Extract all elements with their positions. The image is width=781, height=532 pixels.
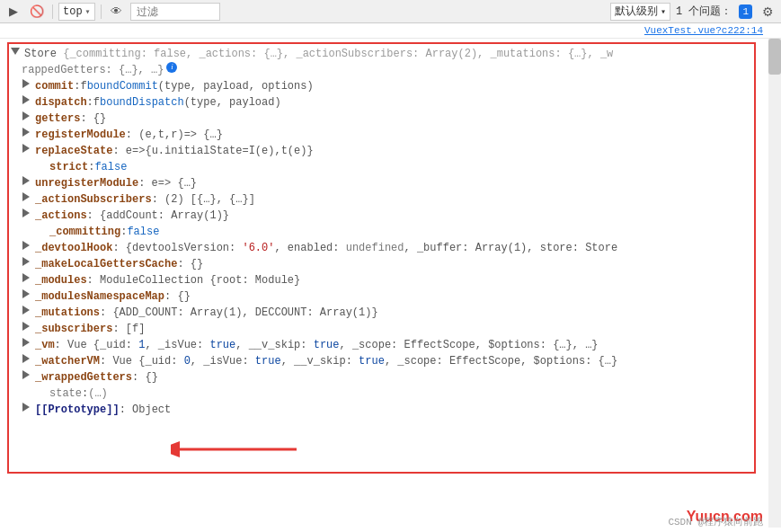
dispatch-key: dispatch	[35, 94, 87, 111]
code-line-actionsubs[interactable]: _actionSubscribers : (2) [{…}, {…}]	[7, 191, 774, 208]
eye-button[interactable]: 👁	[107, 3, 127, 21]
code-line-watchervm[interactable]: _watcherVM : Vue {_uid: 0, _isVue: true,…	[7, 353, 774, 369]
modulesns-key: _modulesNamespaceMap	[35, 288, 164, 305]
commit-func: boundCommit	[87, 78, 158, 94]
committing-key: _committing	[49, 224, 120, 240]
dispatch-func: boundDispatch	[100, 94, 184, 111]
replace-value: : e=>{u.initialState=I(e),t(e)}	[112, 143, 313, 159]
stop-button[interactable]: 🚫	[27, 3, 47, 21]
settings-button[interactable]: ⚙	[758, 3, 777, 21]
expand-wrappedgetters-icon[interactable]	[22, 369, 32, 380]
expand-makelocal-icon[interactable]	[22, 256, 32, 267]
commit-params: (type, payload, options)	[158, 78, 314, 94]
code-line-mutations[interactable]: _mutations : {ADD_COUNT: Array(1), DECCO…	[7, 305, 774, 321]
expand-devtool-icon[interactable]	[22, 240, 32, 251]
code-line-committing: _committing : false	[7, 224, 774, 240]
reg-value: : (e,t,r)=> {…}	[126, 127, 223, 143]
dispatch-params: (type, payload)	[184, 94, 281, 111]
actions-value: : {addCount: Array(1)}	[87, 208, 229, 224]
code-line-wrapped: rappedGetters: {…}, …} i	[7, 62, 774, 78]
code-line-dispatch[interactable]: dispatch : f boundDispatch (type, payloa…	[7, 94, 774, 111]
wrappedgetters-value: : {}	[132, 369, 158, 386]
play-button[interactable]: ▶	[4, 3, 23, 21]
devtool-value: : {devtoolsVersion: '6.0', enabled: unde…	[112, 240, 617, 256]
makelocal-value: : {}	[177, 256, 203, 272]
code-line-actions[interactable]: _actions : {addCount: Array(1)}	[7, 208, 774, 224]
dropdown-arrow: ▾	[85, 6, 91, 17]
vm-key: _vm	[35, 337, 55, 353]
strict-value: false	[94, 159, 127, 175]
code-line-registerModule[interactable]: registerModule : (e,t,r)=> {…}	[7, 127, 774, 143]
expand-modulesns-icon[interactable]	[22, 288, 32, 299]
makelocal-key: _makeLocalGettersCache	[35, 256, 177, 272]
subscribers-key: _subscribers	[35, 321, 112, 337]
devtool-key: _devtoolHook	[35, 240, 112, 256]
state-value: (…)	[88, 386, 108, 402]
mutations-key: _mutations	[35, 305, 100, 321]
expand-replace-icon[interactable]	[22, 143, 32, 154]
scrollbar[interactable]	[768, 39, 781, 528]
separator-1	[52, 4, 53, 19]
expand-commit-icon[interactable]	[22, 78, 32, 89]
code-line-state: state : (…)	[7, 386, 774, 402]
level-label: 默认级别	[615, 4, 658, 19]
expand-proto-icon[interactable]	[22, 402, 32, 412]
toolbar-right: 默认级别 ▾ 1 个问题： 1 ⚙	[610, 3, 777, 21]
file-reference[interactable]: VuexTest.vue?c222:14	[0, 23, 781, 39]
subscribers-value: : [f]	[112, 321, 145, 337]
dispatch-colon: :	[87, 94, 93, 111]
modules-value: : ModuleCollection {root: Module}	[87, 272, 301, 288]
code-line-unregister[interactable]: unregisterModule : e=> {…}	[7, 175, 774, 191]
expand-mutations-icon[interactable]	[22, 305, 32, 315]
expand-vm-icon[interactable]	[22, 337, 32, 348]
expand-unreg-icon[interactable]	[22, 175, 32, 186]
scrollbar-thumb[interactable]	[768, 39, 781, 75]
expand-store-icon[interactable]	[11, 46, 22, 57]
expand-reg-icon[interactable]	[22, 127, 32, 137]
actionsubs-value: : (2) [{…}, {…}]	[152, 191, 255, 208]
proto-value: : Object	[120, 402, 172, 418]
code-line-getters[interactable]: getters : {}	[7, 111, 774, 127]
code-line-wrappedgetters[interactable]: _wrappedGetters : {}	[7, 369, 774, 386]
context-dropdown[interactable]: top ▾	[58, 3, 95, 21]
expand-actions-icon[interactable]	[22, 208, 32, 218]
expand-state-icon	[36, 386, 47, 396]
store-text: Store {_committing: false, _actions: {…}…	[24, 46, 613, 62]
state-colon: :	[82, 386, 88, 402]
code-line-modulesns[interactable]: _modulesNamespaceMap : {}	[7, 288, 774, 305]
actions-key: _actions	[35, 208, 87, 224]
level-arrow: ▾	[661, 6, 666, 17]
code-line-replaceState[interactable]: replaceState : e=>{u.initialState=I(e),t…	[7, 143, 774, 159]
expand-watchervm-icon[interactable]	[22, 353, 32, 364]
code-line-makelocal[interactable]: _makeLocalGettersCache : {}	[7, 256, 774, 272]
code-line-subscribers[interactable]: _subscribers : [f]	[7, 321, 774, 337]
expand-actionsubs-icon[interactable]	[22, 191, 32, 202]
expand-subscribers-icon[interactable]	[22, 321, 32, 332]
code-line-modules[interactable]: _modules : ModuleCollection {root: Modul…	[7, 272, 774, 288]
code-line-commit[interactable]: commit : f boundCommit (type, payload, o…	[7, 78, 774, 94]
modules-key: _modules	[35, 272, 87, 288]
csdn-credit: CSDN @程序猿向前跑	[668, 515, 763, 528]
expand-getters-icon[interactable]	[22, 111, 32, 121]
expand-strict-icon	[36, 159, 47, 170]
reg-key: registerModule	[35, 127, 126, 143]
arrow-annotation	[171, 427, 315, 475]
code-line-store[interactable]: Store {_committing: false, _actions: {…}…	[7, 46, 774, 62]
vm-value: : Vue {_uid: 1, _isVue: true, __v_skip: …	[55, 337, 599, 353]
commit-key: commit	[35, 78, 74, 94]
watchervm-key: _watcherVM	[35, 353, 100, 369]
level-dropdown[interactable]: 默认级别 ▾	[610, 3, 670, 21]
code-line-prototype[interactable]: [[Prototype]] : Object	[7, 402, 774, 418]
info-icon[interactable]: i	[166, 62, 177, 73]
context-label: top	[63, 5, 83, 18]
unreg-value: : e=> {…}	[138, 175, 197, 191]
code-line-devtool[interactable]: _devtoolHook : {devtoolsVersion: '6.0', …	[7, 240, 774, 256]
actionsubs-key: _actionSubscribers	[35, 191, 152, 208]
code-line-strict: strict : false	[7, 159, 774, 175]
filter-input[interactable]	[130, 3, 220, 21]
code-line-vm[interactable]: _vm : Vue {_uid: 1, _isVue: true, __v_sk…	[7, 337, 774, 353]
content-area: Store {_committing: false, _actions: {…}…	[0, 39, 781, 528]
expand-dispatch-icon[interactable]	[22, 94, 32, 105]
separator-2	[101, 4, 102, 19]
expand-modules-icon[interactable]	[22, 272, 32, 283]
